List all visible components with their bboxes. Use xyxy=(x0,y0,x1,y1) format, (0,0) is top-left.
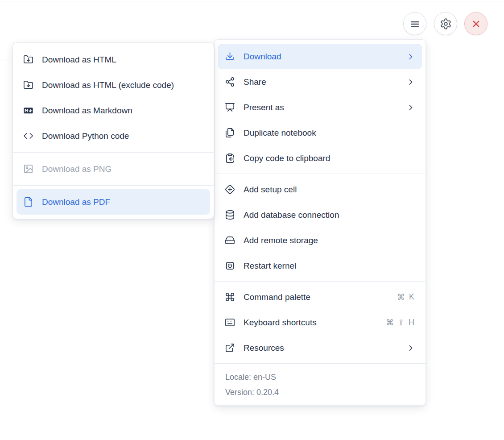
menu-item-label: Keyboard shortcuts xyxy=(244,318,386,328)
menu-item-label: Add database connection xyxy=(244,210,415,220)
menu-item-duplicate-notebook[interactable]: Duplicate notebook xyxy=(218,120,422,145)
menu-item-download-as-png: Download as PNG xyxy=(17,156,210,182)
menu-separator xyxy=(215,281,426,282)
menu-item-download-as-html[interactable]: Download as HTML xyxy=(17,47,210,72)
clipboard-copy-icon xyxy=(225,153,235,163)
version-text: Version: 0.20.4 xyxy=(225,385,415,400)
settings-button[interactable] xyxy=(434,12,457,35)
menu-item-label: Download xyxy=(244,52,406,62)
folder-download-icon xyxy=(23,80,33,90)
menu-item-label: Download as PDF xyxy=(42,197,203,207)
page-top-border xyxy=(0,1,504,1)
shortcut-key: ⌘ xyxy=(386,318,394,328)
chevron-right-icon xyxy=(406,52,415,61)
chevron-right-icon xyxy=(406,103,415,112)
menu-item-download-as-markdown[interactable]: Download as Markdown xyxy=(17,98,210,123)
notebook-menu-button[interactable] xyxy=(403,12,426,35)
share-icon xyxy=(225,77,235,87)
menu-item-download[interactable]: Download xyxy=(218,44,422,69)
menu-item-copy-code-to-clipboard[interactable]: Copy code to clipboard xyxy=(218,145,422,171)
presentation-icon xyxy=(225,102,235,112)
shortcut-key: ⌘ xyxy=(397,292,405,302)
menu-item-resources[interactable]: Resources xyxy=(218,335,422,361)
menu-footer: Locale: en-US Version: 0.20.4 xyxy=(215,366,426,405)
menu-item-label: Share xyxy=(244,77,406,87)
chevron-right-icon xyxy=(406,344,415,353)
diamond-plus-icon xyxy=(225,184,235,195)
menu-item-label: Download as HTML xyxy=(42,55,203,65)
menu-item-add-database-connection[interactable]: Add database connection xyxy=(218,202,422,228)
menu-item-label: Copy code to clipboard xyxy=(244,154,415,163)
notebook-actions-menu: DownloadSharePresent asDuplicate noteboo… xyxy=(214,39,426,406)
menu-item-keyboard-shortcuts[interactable]: Keyboard shortcuts⌘⇧H xyxy=(218,310,422,335)
menu-item-label: Resources xyxy=(244,343,406,353)
shortcut-key: ⇧ xyxy=(398,318,405,328)
hamburger-menu-icon xyxy=(409,18,421,30)
code-icon xyxy=(23,131,33,141)
menu-item-label: Download as PNG xyxy=(42,164,203,174)
external-link-icon xyxy=(225,343,235,353)
shutdown-button[interactable] xyxy=(464,12,487,35)
menu-item-label: Add setup cell xyxy=(244,185,415,195)
gear-icon xyxy=(440,18,452,30)
download-icon xyxy=(225,51,235,62)
menu-separator xyxy=(215,174,426,174)
menu-item-add-setup-cell[interactable]: Add setup cell xyxy=(218,177,422,202)
hard-drive-icon xyxy=(225,235,235,245)
keyboard-shortcut: ⌘⇧H xyxy=(386,318,414,328)
menu-item-label: Download as HTML (exclude code) xyxy=(42,80,203,90)
database-icon xyxy=(225,210,235,220)
keyboard-shortcut: ⌘K xyxy=(397,292,414,302)
chevron-right-icon xyxy=(406,78,415,87)
underlying-divider xyxy=(0,89,13,89)
image-icon xyxy=(23,164,33,174)
menu-item-label: Download as Markdown xyxy=(42,106,203,116)
locale-text: Locale: en-US xyxy=(225,369,415,385)
menu-separator xyxy=(13,152,214,153)
menu-item-command-palette[interactable]: Command palette⌘K xyxy=(218,284,422,310)
underlying-divider xyxy=(0,59,13,59)
menu-item-present-as[interactable]: Present as xyxy=(218,95,422,120)
menu-item-label: Download Python code xyxy=(42,131,203,141)
markdown-download-icon xyxy=(23,105,33,116)
file-icon xyxy=(23,197,33,207)
menu-item-label: Duplicate notebook xyxy=(244,128,415,138)
app-page: Download as HTMLDownload as HTML (exclud… xyxy=(0,0,504,440)
keyboard-icon xyxy=(225,317,235,328)
menu-item-label: Present as xyxy=(244,103,406,112)
menu-item-download-as-pdf[interactable]: Download as PDF xyxy=(17,189,210,215)
power-square-icon xyxy=(225,261,235,271)
menu-item-restart-kernel[interactable]: Restart kernel xyxy=(218,253,422,278)
menu-item-download-as-html-exclude-code[interactable]: Download as HTML (exclude code) xyxy=(17,72,210,98)
menu-item-add-remote-storage[interactable]: Add remote storage xyxy=(218,228,422,253)
menu-item-download-python-code[interactable]: Download Python code xyxy=(17,123,210,149)
close-icon xyxy=(470,18,482,30)
duplicate-icon xyxy=(225,128,235,138)
menu-item-share[interactable]: Share xyxy=(218,69,422,95)
menu-item-label: Add remote storage xyxy=(244,236,415,245)
shortcut-key: H xyxy=(409,318,414,328)
menu-item-label: Command palette xyxy=(244,292,397,302)
menu-separator xyxy=(13,185,214,186)
download-submenu: Download as HTMLDownload as HTML (exclud… xyxy=(12,42,214,219)
shortcut-key: K xyxy=(409,292,414,302)
command-icon xyxy=(225,292,235,302)
menu-item-label: Restart kernel xyxy=(244,261,415,271)
menu-separator xyxy=(215,363,426,364)
folder-download-icon xyxy=(23,54,33,65)
